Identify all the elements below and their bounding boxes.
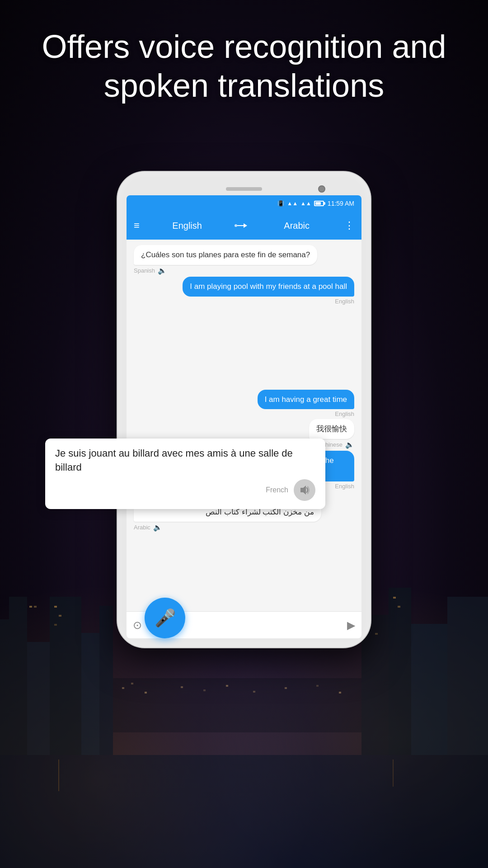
svg-rect-6 (99, 606, 113, 755)
translation-popup-text: Je suis jouant au billard avec mes amis … (55, 447, 315, 475)
svg-rect-10 (59, 615, 61, 617)
message-meta-1: Spanish 🔈 (134, 266, 354, 275)
svg-rect-2 (9, 597, 27, 619)
message-bubble-sent-4: I am having a great time (258, 390, 354, 410)
svg-rect-18 (393, 597, 396, 599)
mic-button[interactable]: 🎤 (145, 598, 185, 638)
phone-camera (318, 185, 325, 193)
speaker-wave-icon (299, 484, 310, 496)
speaker-icon-1[interactable]: 🔈 (158, 266, 167, 275)
svg-rect-30 (285, 687, 287, 689)
message-bubble-received-1: ¿Cuáles son tus planes para este fin de … (134, 245, 317, 265)
svg-rect-11 (54, 624, 57, 626)
svg-rect-19 (398, 606, 400, 608)
message-meta-4: English (134, 410, 354, 417)
svg-rect-14 (411, 624, 447, 755)
svg-rect-17 (375, 633, 378, 635)
svg-marker-36 (300, 486, 306, 495)
chat-area: ¿Cuáles son tus planes para este fin de … (127, 240, 361, 611)
svg-rect-15 (447, 597, 488, 755)
lang-to[interactable]: Arabic (258, 221, 335, 231)
speaker-icon-7[interactable]: 🔈 (153, 523, 162, 532)
popup-lang: French (266, 486, 288, 494)
translation-popup-meta: French (55, 479, 315, 501)
more-icon[interactable]: ⋮ (344, 220, 354, 231)
svg-rect-22 (113, 678, 361, 732)
page-title: Offers voice recognition and spoken tran… (0, 27, 488, 105)
svg-rect-9 (54, 606, 57, 608)
svg-rect-32 (339, 692, 341, 693)
status-bar: 📳 ▲▲ ▲▲ 11:59 AM (127, 195, 361, 212)
camera-button[interactable]: ⊙ (133, 619, 142, 632)
svg-rect-13 (389, 588, 411, 755)
svg-marker-35 (244, 223, 247, 228)
svg-rect-28 (226, 685, 228, 687)
svg-rect-8 (34, 606, 37, 608)
message-meta-5: Chinese 🔈 (321, 440, 354, 449)
svg-rect-5 (81, 633, 99, 755)
message-bubble-received-5: 我很愉快 (309, 419, 354, 439)
svg-point-33 (235, 224, 237, 227)
menu-icon[interactable]: ≡ (134, 220, 140, 231)
svg-rect-23 (122, 687, 124, 689)
svg-rect-3 (27, 642, 50, 755)
message-meta-2: English (134, 298, 354, 305)
message-group-2: I am playing pool with my friends at a p… (134, 277, 354, 305)
mic-icon: 🎤 (155, 608, 176, 628)
message-group-4: I am having a great time English (134, 390, 354, 418)
status-icons: 📳 ▲▲ ▲▲ 11:59 AM (277, 200, 354, 207)
send-button[interactable]: ▶ (347, 619, 355, 632)
message-meta-7: Arabic 🔈 (134, 523, 354, 532)
phone-wrapper: 📳 ▲▲ ▲▲ 11:59 AM ≡ English (117, 172, 371, 647)
battery-icon (314, 201, 324, 206)
status-time: 11:59 AM (328, 200, 354, 207)
svg-rect-29 (253, 691, 255, 693)
svg-rect-4 (50, 597, 81, 755)
svg-rect-25 (145, 692, 147, 693)
phone-shell: 📳 ▲▲ ▲▲ 11:59 AM ≡ English (117, 172, 371, 647)
speaker-icon-5[interactable]: 🔈 (345, 440, 354, 449)
popup-speaker-button[interactable] (294, 479, 315, 501)
svg-rect-24 (131, 683, 133, 684)
signal2-icon: ▲▲ (300, 200, 311, 207)
message-bubble-sent-2: I am playing pool with my friends at a p… (183, 277, 354, 297)
svg-rect-27 (203, 689, 206, 691)
popup-spacer (134, 307, 354, 388)
svg-rect-1 (0, 619, 27, 755)
phone-screen: 📳 ▲▲ ▲▲ 11:59 AM ≡ English (127, 195, 361, 638)
svg-rect-0 (0, 755, 488, 868)
message-group-1: ¿Cuáles son tus planes para este fin de … (134, 245, 354, 275)
vibrate-icon: 📳 (277, 200, 284, 207)
arrow-icon (235, 222, 249, 230)
svg-rect-31 (316, 685, 319, 687)
svg-rect-26 (181, 686, 183, 688)
signal-icon: ▲▲ (287, 200, 298, 207)
lang-from[interactable]: English (149, 221, 226, 231)
app-bar: ≡ English Arabic ⋮ (127, 212, 361, 240)
translation-popup: Je suis jouant au billard avec mes amis … (45, 439, 325, 509)
svg-rect-7 (29, 606, 32, 608)
phone-top-bar (127, 181, 361, 195)
phone-speaker (226, 187, 262, 191)
